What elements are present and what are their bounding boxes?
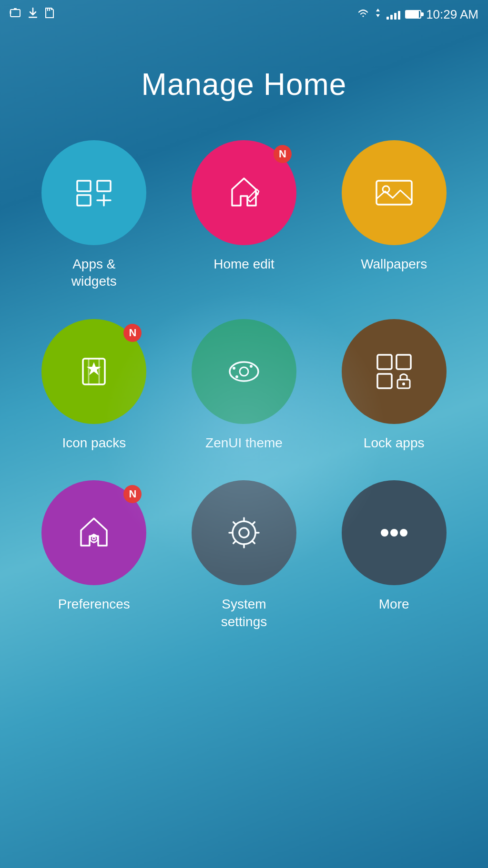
icon-packs-label: Icon packs [62, 434, 126, 452]
preferences-label: Preferences [58, 596, 130, 613]
lock-apps-label: Lock apps [364, 434, 425, 452]
grid-item-icon-packs[interactable]: N Icon packs [29, 319, 160, 452]
svg-rect-0 [10, 10, 20, 17]
icon-packs-button[interactable]: N [41, 319, 146, 424]
svg-line-40 [234, 522, 236, 525]
system-settings-label: Systemsettings [221, 596, 267, 630]
grid-item-wallpapers[interactable]: Wallpapers [328, 140, 459, 290]
download-icon [28, 7, 38, 21]
page-title: Manage Home [0, 67, 488, 102]
svg-line-41 [252, 541, 254, 543]
home-edit-label: Home edit [214, 256, 274, 273]
svg-point-27 [402, 382, 405, 385]
wallpapers-icon [373, 171, 416, 214]
system-settings-icon [223, 511, 265, 554]
apps-widgets-button[interactable] [41, 140, 146, 245]
svg-point-21 [235, 375, 238, 378]
svg-point-44 [381, 529, 388, 537]
apps-widgets-label: Apps &widgets [71, 256, 117, 290]
svg-point-22 [250, 365, 253, 368]
svg-rect-5 [49, 8, 50, 11]
svg-point-20 [233, 367, 235, 370]
zenui-theme-label: ZenUI theme [205, 434, 283, 452]
signal-bars [386, 9, 400, 20]
svg-rect-8 [97, 181, 111, 191]
svg-point-29 [92, 537, 95, 540]
svg-point-45 [390, 529, 398, 537]
lock-apps-button[interactable] [342, 319, 447, 424]
preferences-button[interactable]: N [41, 480, 146, 585]
home-edit-button[interactable]: N [192, 140, 296, 245]
svg-marker-17 [88, 363, 100, 374]
wallpapers-label: Wallpapers [361, 256, 427, 273]
grid-item-more[interactable]: More [328, 480, 459, 630]
grid-item-preferences[interactable]: N Preferences [29, 480, 160, 630]
svg-rect-23 [377, 355, 392, 369]
more-icon [373, 511, 416, 554]
svg-rect-25 [377, 374, 392, 388]
svg-point-18 [230, 362, 258, 381]
sd-card-icon [45, 7, 54, 21]
lock-apps-icon [373, 350, 416, 393]
zenui-theme-icon [223, 350, 265, 393]
svg-rect-2 [14, 8, 17, 10]
status-time: 10:29 AM [426, 7, 478, 22]
icon-packs-icon [72, 350, 115, 393]
preferences-icon [72, 511, 115, 554]
grid-item-apps-widgets[interactable]: Apps &widgets [29, 140, 160, 290]
more-label: More [379, 596, 409, 613]
svg-line-43 [234, 541, 236, 543]
home-edit-icon [223, 171, 265, 214]
svg-line-42 [252, 522, 254, 525]
svg-rect-6 [51, 8, 52, 10]
zenui-theme-button[interactable] [192, 319, 296, 424]
grid-item-system-settings[interactable]: Systemsettings [179, 480, 310, 630]
home-edit-badge: N [274, 145, 292, 163]
grid-item-lock-apps[interactable]: Lock apps [328, 319, 459, 452]
preferences-badge: N [123, 485, 142, 503]
grid-item-home-edit[interactable]: N Home edit [179, 140, 310, 290]
svg-rect-4 [47, 8, 48, 11]
more-button[interactable] [342, 480, 447, 585]
svg-point-46 [400, 529, 407, 537]
wallpapers-button[interactable] [342, 140, 447, 245]
wifi-icon [357, 8, 369, 21]
status-left-icons [10, 7, 54, 21]
svg-rect-3 [29, 17, 37, 18]
svg-rect-12 [376, 181, 412, 205]
svg-rect-7 [77, 181, 91, 191]
status-bar: 10:29 AM [0, 0, 488, 29]
battery-icon [405, 10, 421, 19]
photo-icon [10, 7, 21, 21]
manage-home-grid: Apps &widgets N Home edit Wallpapers N [0, 140, 488, 630]
system-settings-button[interactable] [192, 480, 296, 585]
svg-rect-9 [77, 195, 91, 206]
grid-item-zenui-theme[interactable]: ZenUI theme [179, 319, 310, 452]
svg-rect-1 [10, 11, 11, 14]
status-right-icons: 10:29 AM [357, 7, 478, 22]
svg-point-35 [239, 528, 249, 537]
data-arrows-icon [374, 8, 382, 21]
apps-widgets-icon [72, 171, 115, 214]
icon-packs-badge: N [123, 324, 142, 342]
svg-rect-24 [396, 355, 411, 369]
svg-point-19 [240, 367, 248, 376]
